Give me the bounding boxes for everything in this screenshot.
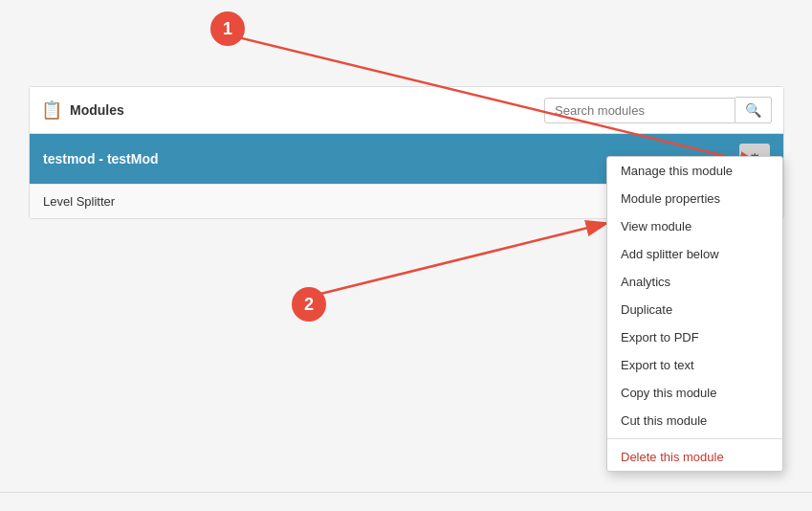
menu-item-0[interactable]: Manage this module [607,157,782,185]
search-icon: 🔍 [745,102,761,118]
bottom-bar [0,492,812,511]
menu-item-9[interactable]: Cut this module [607,407,782,434]
main-area: 1 2 📋 Modules 🔍 testmod - testMod [0,0,812,511]
menu-item-delete[interactable]: Delete this module [607,443,782,471]
menu-item-5[interactable]: Duplicate [607,296,782,323]
menu-item-1[interactable]: Module properties [607,185,782,212]
search-button[interactable]: 🔍 [735,97,772,123]
search-input[interactable] [544,98,735,123]
annotation-circle-2: 2 [292,287,326,322]
menu-divider [607,438,782,439]
menu-item-2[interactable]: View module [607,212,782,240]
menu-item-7[interactable]: Export to text [607,351,782,379]
menu-item-3[interactable]: Add splitter below [607,240,782,268]
menu-item-8[interactable]: Copy this module [607,379,782,407]
document-icon: 📋 [41,100,62,121]
menu-item-4[interactable]: Analytics [607,268,782,296]
modules-header: 📋 Modules 🔍 [30,87,783,134]
svg-line-2 [309,223,607,297]
annotation-circle-1: 1 [210,11,245,46]
context-menu: Manage this moduleModule propertiesView … [606,156,783,472]
menu-item-6[interactable]: Export to PDF [607,323,782,351]
modules-title: Modules [70,102,544,118]
